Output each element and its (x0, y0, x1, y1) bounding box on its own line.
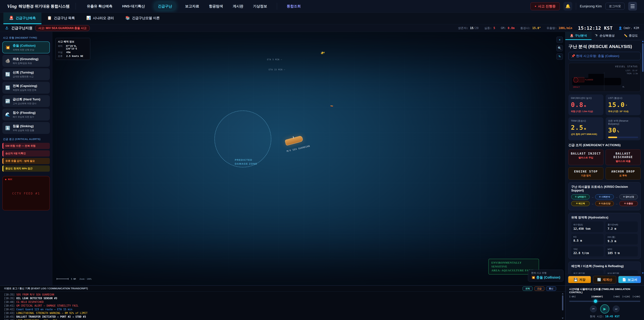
marker-minus-6h[interactable]: [-6h] (569, 295, 576, 298)
hard-turn-icon: ↩️ (5, 99, 10, 104)
marker-plus-6h[interactable]: [+6H] (613, 295, 620, 298)
recalculate-button[interactable]: 🔄 재계산 (593, 276, 616, 283)
slider-knob[interactable] (594, 299, 597, 303)
nav-item-reports[interactable]: 보고자료 (185, 4, 199, 9)
nav-item-oil-spill-prediction[interactable]: 유출유 확산예측 (87, 4, 112, 9)
app-logo[interactable]: Ving 해양환경 위기대응 통합시스템 (7, 3, 70, 9)
step-refloat-salvage[interactable]: ⑤ 이초/인양 (595, 201, 614, 206)
red-dot-icon: ● (535, 5, 536, 8)
popup-row-depth: 수심45m (58, 51, 88, 54)
step-status-assessment[interactable]: ① 상태평가 (571, 194, 590, 199)
tab-rescue-list[interactable]: 📋 긴급구난 목록 (42, 13, 80, 24)
nav-item-integrated-search[interactable]: 통합조회 (287, 4, 301, 9)
sidebar-item-capsizing[interactable]: 🔃 전복 (Capsizing) 복원력 상실에 의한 전복 (2, 82, 50, 94)
kriso-row-1: ① 상태평가 → ② 사례분석 → ③ 장비선정 (571, 194, 638, 199)
tab-rescue-model-theory[interactable]: 📚 긴급구난모델 이론 (120, 13, 165, 24)
map-tool-draw-button[interactable]: ✎ (556, 53, 563, 60)
panel-scrollbar[interactable] (642, 42, 644, 273)
clipboard-icon: 📋 (47, 16, 52, 20)
coast-guard-vessel-icon[interactable]: 🚤 (330, 104, 333, 107)
tab-damage-stability[interactable]: 🔭 손상복원성 (592, 32, 618, 40)
tab-rescue-analysis[interactable]: 🚨 구난분석 (565, 32, 592, 40)
notifications-button[interactable]: 🔔 (564, 2, 572, 11)
tab-scenario-management[interactable]: 📊 시나리오 관리 (80, 13, 120, 24)
alert-strength-limit[interactable]: 종강도 한계치 88% 접근 (2, 165, 50, 172)
step-outflow[interactable]: ⑥ 유출량 (619, 201, 638, 206)
map-tool-zoom-button[interactable]: 🔍 (556, 45, 563, 51)
emergency-actions: BALLAST INJECT밸러스트 주입 BALLAST DISCHARGE밸… (568, 149, 641, 180)
sidebar-item-grounding[interactable]: 🪨 좌초 (Grounding) 해저 접촉/암초 좌초 (2, 55, 50, 67)
scroll-up-arrow[interactable] (562, 293, 564, 294)
sidebar-item-flooding[interactable]: 🌊 침수 (Flooding) 해수 유입에 의한 침수 (2, 109, 50, 121)
timeline-slider[interactable] (569, 299, 640, 303)
towing-title: 예인력 / 이초력 (Towing & Refloating) (571, 264, 638, 268)
bell-icon: 🔔 (565, 4, 570, 9)
cctv-feed[interactable]: ● REC CCTV FEED #1 (2, 176, 50, 210)
anchor-drop-button[interactable]: ANCHOR DROP묘 투하 (606, 167, 641, 180)
stat-gm: GM (메타센터 높이) 0.8m 위험 (기준: 1.5m 이상) (568, 95, 604, 115)
sidebar-item-hard-turn[interactable]: ↩️ 급선회 (Hard Turn) 고속 급선회에 의한 경사 (2, 95, 50, 107)
hamburger-bar (630, 5, 634, 5)
skip-back-button[interactable]: ⏮ (590, 305, 597, 312)
item-desc: 외력에 의한 선체 손상 (13, 48, 36, 51)
impact-label: IMPACT (573, 86, 580, 88)
step-towing-force[interactable]: ④ 예인력 (571, 201, 590, 206)
nautical-map[interactable]: 사고 해역 정보 위치37°28'N, 126°15'E 수심45m 조류2.5… (52, 32, 565, 285)
filter-comms[interactable]: 통신 (546, 286, 556, 291)
cell-required-towing: 필요 예인력285 kN (571, 270, 604, 274)
marker-plus-12h[interactable]: [+12H] (622, 295, 630, 298)
marker-plus-24h[interactable]: [+24H] (632, 295, 640, 298)
slider-track[interactable] (569, 301, 640, 302)
log-line: [10:48]LIST INCREASING — 12° → 15° (4, 319, 561, 320)
rescue-analysis-title: 구난 분석 (RESCUE ANALYSIS) (568, 44, 641, 50)
ballast-discharge-button[interactable]: BALLAST DISCHARGE밸러스트 배출 (606, 149, 641, 165)
scroll-up-arrow[interactable] (642, 41, 644, 42)
cell-mtc: MTC185 t·m (606, 246, 638, 256)
marker-current[interactable]: [CURRENT] (591, 295, 603, 298)
event-log-header: 이벤트 로그 / 통신 기록 (EVENT LOG / COMMUNICATIO… (0, 286, 565, 292)
filter-all[interactable]: 전체 (522, 286, 533, 291)
ballast-inject-button[interactable]: BALLAST INJECT밸러스트 주입 (568, 149, 604, 165)
hamburger-menu-button[interactable] (628, 2, 637, 11)
nav-item-weather[interactable]: 기상정보 (253, 4, 267, 9)
step-equipment-selection[interactable]: ③ 장비선정 (619, 194, 638, 199)
sidebar-item-turning[interactable]: 🔄 선회 (Turning) 급격한 방향전환 사고 (2, 68, 50, 80)
sidebar-item-sinking[interactable]: ⬇️ 침몰 (Sinking) 부력 상실에 의한 침몰 (2, 122, 50, 134)
save-button[interactable]: 💾 저장 (568, 276, 591, 283)
map-vignette (52, 32, 565, 285)
log-line: [10:40]CG HELO DISPATCHED (4, 300, 561, 304)
metric-gm: GM: 0.8m (501, 26, 514, 30)
log-scrollbar[interactable] (562, 293, 564, 319)
play-button[interactable]: ▶ (600, 304, 609, 313)
helicopter-icon[interactable]: 🚁 (320, 50, 325, 54)
alert-missing-crew[interactable]: 승선자 5명 미확인 (2, 150, 50, 157)
vessel-status-canvas: VESSEL STATUS LIST: 15.0° TRIM: 2.5m FLO… (568, 63, 641, 92)
incident-area-info-popup: 사고 해역 정보 위치37°28'N, 126°15'E 수심45m 조류2.5… (55, 38, 90, 60)
scroll-down-arrow[interactable] (642, 272, 644, 274)
item-title: 선회 (Turning) (13, 70, 34, 75)
filter-urgent[interactable]: 긴급 (534, 286, 544, 291)
arrow-icon: → (591, 202, 594, 205)
map-tool-locate-button[interactable]: ⌖ (556, 37, 563, 43)
engine-stop-button[interactable]: ENGINE STOP기관 정지 (568, 167, 604, 180)
tab-longitudinal-strength[interactable]: ✏️ 종강도 (618, 32, 644, 40)
alert-gm-danger[interactable]: GM 위험 수준 — 전복 위험 (2, 143, 50, 149)
nav-item-emergency-rescue[interactable]: 긴급구난 (155, 2, 176, 10)
step-case-analysis[interactable]: ② 사례분석 (595, 194, 614, 199)
cctv-feed-label: CCTV FEED #1 (3, 191, 50, 195)
nav-item-aerial-search[interactable]: 항공탐색 (209, 4, 223, 9)
scrollbar-thumb[interactable] (642, 43, 644, 72)
skip-forward-button[interactable]: ⏭ (613, 305, 620, 312)
cell-kg: KG8.5 m (571, 234, 604, 244)
pin-icon: 📌 (571, 54, 575, 58)
navbar-right: ● 사고 진행중 🔔 Eunjeong Kim 로그아웃 (530, 2, 637, 11)
scrollbar-thumb[interactable] (562, 295, 563, 310)
nav-item-board[interactable]: 게시판 (233, 4, 243, 9)
sidebar-item-collision[interactable]: 💥 충돌 (Collision) 외력에 의한 선체 손상 (2, 42, 50, 53)
logout-button[interactable]: 로그아웃 (606, 3, 624, 10)
tab-rescue-prediction[interactable]: 🚨 긴급구난예측 (3, 13, 42, 24)
scroll-down-arrow[interactable] (562, 318, 564, 319)
nav-item-hns-diffusion[interactable]: HNS·대기확산 (122, 4, 145, 9)
report-button[interactable]: 📄 보고서 (618, 276, 641, 283)
alert-oil-leak[interactable]: 유류 유출 감지 - 방제 필요 (2, 158, 50, 164)
